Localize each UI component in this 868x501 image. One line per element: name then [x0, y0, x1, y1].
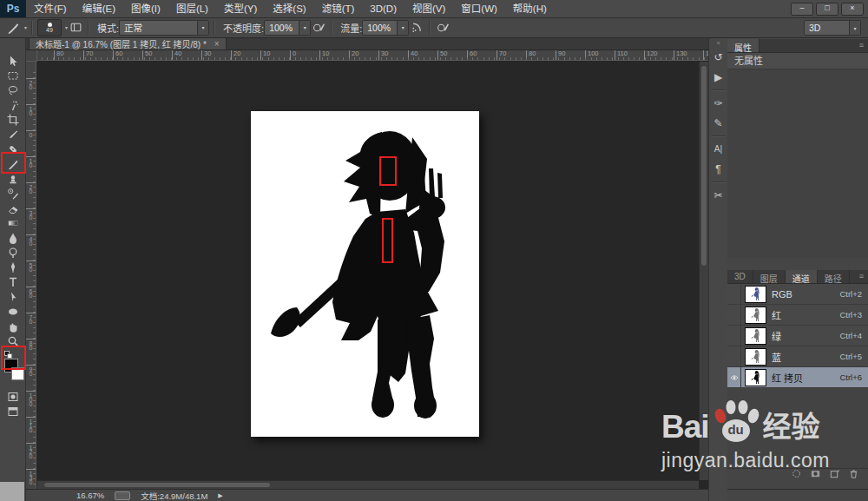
menu-item[interactable]: 文件(F)	[26, 0, 75, 17]
new-channel-icon[interactable]	[829, 467, 840, 483]
channel-row-red-copy[interactable]: 红 拷贝 Ctrl+6	[727, 367, 868, 388]
tool-history-brush[interactable]	[2, 186, 24, 201]
ruler-label: 80	[26, 339, 36, 365]
panel-menu-icon[interactable]: ≡	[859, 270, 868, 283]
document-title: 未标题-1 @ 16.7% (图层 1 拷贝, 红 拷贝/8) *	[36, 37, 207, 50]
brush-tool-icon[interactable]	[5, 20, 21, 36]
screen-mode-button[interactable]	[2, 404, 24, 419]
airbrush-icon[interactable]	[409, 20, 424, 36]
toggle-brush-panel-icon[interactable]	[68, 20, 83, 36]
tool-rectangular-marquee[interactable]	[2, 68, 24, 82]
tool-pen[interactable]	[2, 260, 24, 274]
brush-panel-icon[interactable]: ✑	[709, 93, 727, 113]
tool-eyedropper[interactable]	[2, 127, 24, 142]
tool-clone-stamp[interactable]	[2, 171, 24, 186]
document-tab[interactable]: 未标题-1 @ 16.7% (图层 1 拷贝, 红 拷贝/8) * ×	[29, 37, 227, 49]
tool-ellipse-shape[interactable]	[2, 304, 24, 319]
visibility-toggle[interactable]	[727, 346, 741, 366]
menu-item[interactable]: 图像(I)	[123, 0, 168, 17]
character-panel-icon[interactable]: A|	[709, 139, 727, 159]
tool-spot-healing-brush[interactable]	[2, 142, 24, 156]
menu-item[interactable]: 选择(S)	[265, 0, 313, 17]
blend-mode-select[interactable]: 正常 ▾	[119, 20, 209, 36]
history-panel-icon[interactable]: ↺	[709, 47, 727, 67]
close-button[interactable]: ×	[841, 3, 864, 16]
workspace-switcher[interactable]: 3D ▾	[804, 20, 861, 36]
document-size-info[interactable]: 文档:24.9M/48.1M	[141, 490, 207, 501]
panel-menu-icon[interactable]: ≡	[859, 39, 868, 52]
document-canvas[interactable]	[251, 111, 479, 437]
paragraph-panel-icon[interactable]: ¶	[709, 159, 727, 179]
visibility-toggle[interactable]	[727, 284, 741, 304]
tab-paths[interactable]: 路径	[818, 270, 850, 283]
background-color-swatch[interactable]	[11, 367, 24, 380]
properties-tab-bar: 属性 ≡	[727, 39, 868, 53]
timeline-panel-icon[interactable]: ✂	[709, 185, 727, 205]
status-bar: 16.67% 文档:24.9M/48.1M ▶	[24, 489, 868, 501]
load-selection-icon[interactable]	[791, 467, 802, 483]
tool-dodge[interactable]	[2, 245, 24, 260]
ruler-corner[interactable]	[26, 49, 37, 62]
menu-item[interactable]: 视图(V)	[404, 0, 453, 17]
vertical-scrollbar-thumb[interactable]	[701, 66, 707, 266]
workspace-spinner-icon[interactable]: ▾	[849, 21, 860, 35]
strip-grip-icon[interactable]: ≡	[716, 40, 720, 47]
visibility-toggle[interactable]	[727, 367, 741, 387]
tab-3d[interactable]: 3D	[727, 270, 753, 283]
tool-blur[interactable]	[2, 230, 24, 245]
tool-move[interactable]	[2, 53, 24, 68]
channel-row-blue[interactable]: 蓝 Ctrl+5	[727, 346, 868, 367]
tool-hand[interactable]	[2, 319, 24, 333]
tool-zoom[interactable]	[2, 333, 24, 348]
tool-path-selection[interactable]	[2, 289, 24, 304]
menu-bar: Ps 文件(F)编辑(E)图像(I)图层(L)类型(Y)选择(S)滤镜(T)3D…	[0, 0, 868, 18]
horizontal-scrollbar-thumb[interactable]	[44, 483, 270, 487]
blend-mode-spinner-icon[interactable]: ▾	[197, 21, 208, 35]
opacity-input[interactable]: 100% ▾	[264, 20, 311, 36]
brush-preset-picker[interactable]: 49 ▾	[37, 19, 68, 36]
flow-input[interactable]: 100% ▾	[362, 20, 409, 36]
tool-eraser[interactable]	[2, 201, 24, 215]
save-selection-icon[interactable]	[810, 467, 821, 483]
menu-item[interactable]: 帮助(H)	[505, 0, 555, 17]
horizontal-scrollbar[interactable]	[37, 480, 699, 489]
tab-layers[interactable]: 图层	[753, 270, 786, 283]
brush-size-pressure-icon[interactable]	[435, 20, 450, 36]
menu-item[interactable]: 窗口(W)	[453, 0, 505, 17]
channel-name: 绿	[772, 329, 839, 343]
status-flyout-arrow-icon[interactable]: ▶	[218, 492, 222, 499]
tab-close-icon[interactable]: ×	[214, 39, 220, 49]
tab-properties[interactable]: 属性	[727, 39, 760, 52]
opacity-pressure-icon[interactable]	[311, 20, 326, 36]
minimize-button[interactable]: –	[791, 3, 813, 16]
delete-channel-icon[interactable]	[848, 467, 859, 483]
menu-item[interactable]: 图层(L)	[168, 0, 216, 17]
flow-spinner-icon[interactable]: ▾	[397, 21, 408, 35]
default-colors-icon[interactable]	[2, 348, 24, 356]
tool-type[interactable]	[2, 274, 24, 289]
menu-item[interactable]: 编辑(E)	[75, 0, 123, 17]
tool-crop[interactable]	[2, 112, 24, 127]
tool-lasso[interactable]	[2, 82, 24, 97]
visibility-toggle[interactable]	[727, 305, 741, 325]
opacity-spinner-icon[interactable]: ▾	[299, 21, 310, 35]
tool-preset-arrow-icon[interactable]: ▾	[24, 24, 27, 30]
tool-brush[interactable]	[2, 156, 24, 171]
channel-row-green[interactable]: 绿 Ctrl+4	[727, 326, 868, 346]
menu-item[interactable]: 滤镜(T)	[314, 0, 363, 17]
quick-mask-button[interactable]	[2, 389, 24, 404]
clone-source-panel-icon[interactable]: ✎	[709, 113, 727, 133]
tool-magic-wand[interactable]	[2, 97, 24, 112]
tab-channels[interactable]: 通道	[786, 270, 818, 283]
menu-item[interactable]: 3D(D)	[362, 0, 404, 17]
maximize-button[interactable]: □	[816, 3, 838, 16]
zoom-level-field[interactable]: 16.67%	[76, 491, 104, 500]
actions-panel-icon[interactable]: ▶	[709, 67, 727, 87]
channel-name: 红	[772, 308, 839, 322]
visibility-toggle[interactable]	[727, 326, 741, 346]
channel-row-rgb[interactable]: RGB Ctrl+2	[727, 284, 868, 305]
tool-gradient[interactable]	[2, 215, 24, 230]
vertical-scrollbar[interactable]	[699, 62, 708, 480]
channel-row-red[interactable]: 红 Ctrl+3	[727, 305, 868, 326]
menu-item[interactable]: 类型(Y)	[216, 0, 265, 17]
